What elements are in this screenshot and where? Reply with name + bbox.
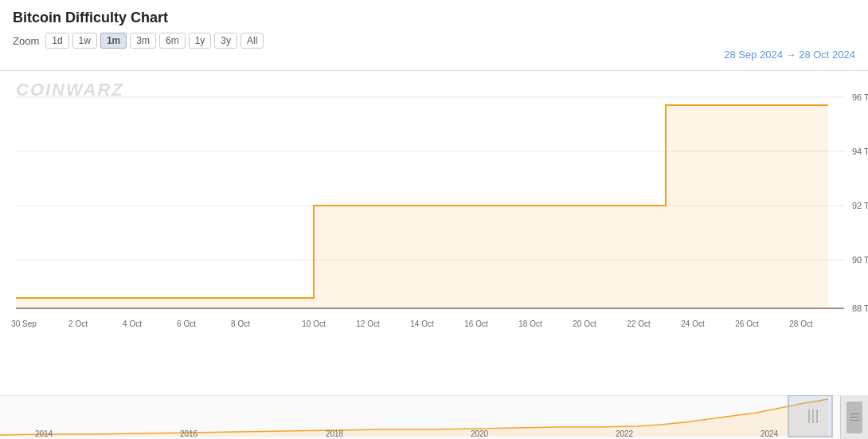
zoom-1y[interactable]: 1y	[189, 33, 212, 49]
svg-text:14 Oct: 14 Oct	[410, 319, 434, 328]
svg-text:2 Oct: 2 Oct	[68, 319, 88, 328]
svg-text:2018: 2018	[326, 429, 344, 438]
svg-text:88 T: 88 T	[852, 304, 868, 313]
scrollbar-thumb[interactable]	[846, 402, 862, 433]
mini-chart: 2014 2016 2018 2020 2022 2024	[0, 395, 840, 439]
svg-text:28 Oct: 28 Oct	[789, 319, 813, 328]
svg-text:12 Oct: 12 Oct	[356, 319, 380, 328]
svg-text:2022: 2022	[616, 429, 634, 438]
zoom-1d[interactable]: 1d	[45, 33, 68, 49]
svg-text:2020: 2020	[471, 429, 489, 438]
svg-text:20 Oct: 20 Oct	[573, 319, 596, 328]
zoom-1w[interactable]: 1w	[72, 33, 97, 49]
svg-text:10 Oct: 10 Oct	[302, 319, 326, 328]
date-range: 28 Sep 2024 → 28 Oct 2024	[724, 49, 855, 61]
svg-text:24 Oct: 24 Oct	[681, 319, 705, 328]
svg-text:2014: 2014	[35, 429, 53, 438]
mini-chart-selection[interactable]	[788, 395, 832, 437]
svg-text:90 T: 90 T	[852, 255, 868, 265]
chart-title: Bitcoin Difficulty Chart	[13, 10, 855, 26]
svg-text:22 Oct: 22 Oct	[627, 319, 651, 328]
zoom-all[interactable]: All	[240, 33, 264, 49]
divider	[0, 70, 868, 71]
main-container: Bitcoin Difficulty Chart Zoom 1d 1w 1m 3…	[0, 0, 868, 439]
zoom-6m[interactable]: 6m	[159, 33, 186, 49]
chart-fill	[16, 105, 828, 308]
svg-text:94 T: 94 T	[852, 147, 868, 156]
svg-text:92 T: 92 T	[852, 201, 868, 210]
svg-text:2016: 2016	[180, 429, 198, 438]
svg-text:30 Sep: 30 Sep	[11, 319, 37, 328]
svg-text:16 Oct: 16 Oct	[464, 319, 488, 328]
svg-text:6 Oct: 6 Oct	[177, 319, 196, 328]
zoom-label: Zoom	[13, 35, 39, 47]
svg-text:4 Oct: 4 Oct	[123, 319, 142, 328]
svg-text:96 T: 96 T	[852, 92, 868, 102]
svg-text:8 Oct: 8 Oct	[231, 319, 250, 328]
svg-text:18 Oct: 18 Oct	[518, 319, 542, 328]
zoom-bar: Zoom 1d 1w 1m 3m 6m 1y 3y All	[13, 33, 855, 49]
svg-text:2024: 2024	[760, 429, 779, 438]
zoom-3m[interactable]: 3m	[130, 33, 156, 49]
scrollbar-track[interactable]	[840, 395, 868, 439]
main-chart: 96 T 94 T 92 T 90 T 88 T 30 Sep 2 Oct 4 …	[0, 73, 868, 344]
svg-text:26 Oct: 26 Oct	[735, 319, 759, 328]
zoom-1m[interactable]: 1m	[100, 33, 127, 49]
zoom-3y[interactable]: 3y	[214, 33, 237, 49]
